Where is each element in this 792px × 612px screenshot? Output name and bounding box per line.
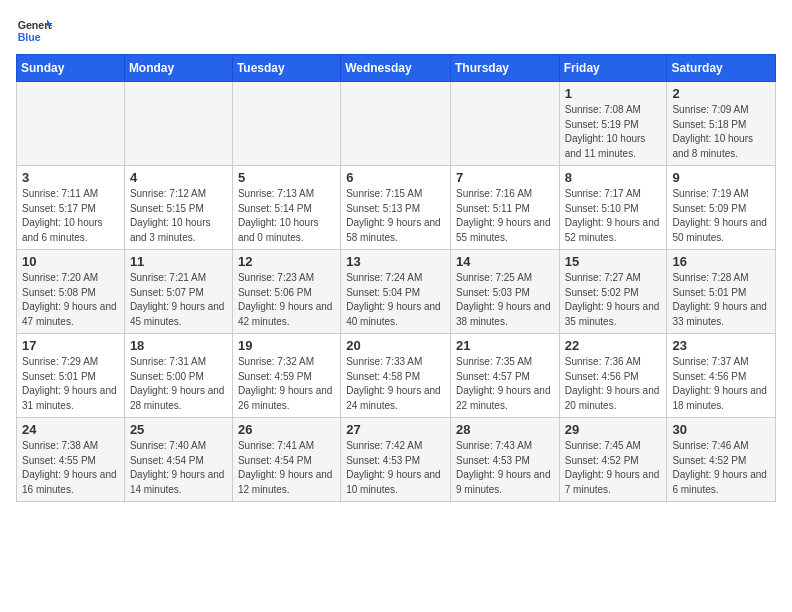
day-info: Sunrise: 7:19 AM Sunset: 5:09 PM Dayligh… xyxy=(672,187,770,245)
calendar-cell: 4Sunrise: 7:12 AM Sunset: 5:15 PM Daylig… xyxy=(124,166,232,250)
day-info: Sunrise: 7:45 AM Sunset: 4:52 PM Dayligh… xyxy=(565,439,662,497)
calendar-cell: 16Sunrise: 7:28 AM Sunset: 5:01 PM Dayli… xyxy=(667,250,776,334)
calendar-cell: 18Sunrise: 7:31 AM Sunset: 5:00 PM Dayli… xyxy=(124,334,232,418)
calendar-body: 1Sunrise: 7:08 AM Sunset: 5:19 PM Daylig… xyxy=(17,82,776,502)
day-info: Sunrise: 7:13 AM Sunset: 5:14 PM Dayligh… xyxy=(238,187,335,245)
calendar-cell xyxy=(17,82,125,166)
day-info: Sunrise: 7:43 AM Sunset: 4:53 PM Dayligh… xyxy=(456,439,554,497)
day-info: Sunrise: 7:27 AM Sunset: 5:02 PM Dayligh… xyxy=(565,271,662,329)
day-info: Sunrise: 7:21 AM Sunset: 5:07 PM Dayligh… xyxy=(130,271,227,329)
day-info: Sunrise: 7:40 AM Sunset: 4:54 PM Dayligh… xyxy=(130,439,227,497)
calendar-cell xyxy=(450,82,559,166)
day-number: 8 xyxy=(565,170,662,185)
day-info: Sunrise: 7:15 AM Sunset: 5:13 PM Dayligh… xyxy=(346,187,445,245)
day-number: 30 xyxy=(672,422,770,437)
calendar-cell: 23Sunrise: 7:37 AM Sunset: 4:56 PM Dayli… xyxy=(667,334,776,418)
calendar-cell: 21Sunrise: 7:35 AM Sunset: 4:57 PM Dayli… xyxy=(450,334,559,418)
day-number: 27 xyxy=(346,422,445,437)
calendar-week-row: 1Sunrise: 7:08 AM Sunset: 5:19 PM Daylig… xyxy=(17,82,776,166)
day-info: Sunrise: 7:32 AM Sunset: 4:59 PM Dayligh… xyxy=(238,355,335,413)
calendar-cell: 20Sunrise: 7:33 AM Sunset: 4:58 PM Dayli… xyxy=(341,334,451,418)
calendar-cell: 10Sunrise: 7:20 AM Sunset: 5:08 PM Dayli… xyxy=(17,250,125,334)
day-number: 22 xyxy=(565,338,662,353)
day-number: 14 xyxy=(456,254,554,269)
day-number: 2 xyxy=(672,86,770,101)
calendar-cell: 28Sunrise: 7:43 AM Sunset: 4:53 PM Dayli… xyxy=(450,418,559,502)
day-number: 12 xyxy=(238,254,335,269)
day-number: 25 xyxy=(130,422,227,437)
day-number: 21 xyxy=(456,338,554,353)
calendar-cell: 6Sunrise: 7:15 AM Sunset: 5:13 PM Daylig… xyxy=(341,166,451,250)
day-info: Sunrise: 7:28 AM Sunset: 5:01 PM Dayligh… xyxy=(672,271,770,329)
calendar-cell: 3Sunrise: 7:11 AM Sunset: 5:17 PM Daylig… xyxy=(17,166,125,250)
day-number: 24 xyxy=(22,422,119,437)
day-info: Sunrise: 7:46 AM Sunset: 4:52 PM Dayligh… xyxy=(672,439,770,497)
day-number: 3 xyxy=(22,170,119,185)
calendar-week-row: 10Sunrise: 7:20 AM Sunset: 5:08 PM Dayli… xyxy=(17,250,776,334)
day-info: Sunrise: 7:42 AM Sunset: 4:53 PM Dayligh… xyxy=(346,439,445,497)
calendar-cell: 11Sunrise: 7:21 AM Sunset: 5:07 PM Dayli… xyxy=(124,250,232,334)
day-info: Sunrise: 7:20 AM Sunset: 5:08 PM Dayligh… xyxy=(22,271,119,329)
calendar-cell: 7Sunrise: 7:16 AM Sunset: 5:11 PM Daylig… xyxy=(450,166,559,250)
calendar-week-row: 24Sunrise: 7:38 AM Sunset: 4:55 PM Dayli… xyxy=(17,418,776,502)
day-info: Sunrise: 7:23 AM Sunset: 5:06 PM Dayligh… xyxy=(238,271,335,329)
day-info: Sunrise: 7:12 AM Sunset: 5:15 PM Dayligh… xyxy=(130,187,227,245)
calendar-cell: 14Sunrise: 7:25 AM Sunset: 5:03 PM Dayli… xyxy=(450,250,559,334)
day-number: 26 xyxy=(238,422,335,437)
weekday-header-cell: Friday xyxy=(559,55,667,82)
calendar-cell xyxy=(124,82,232,166)
day-info: Sunrise: 7:09 AM Sunset: 5:18 PM Dayligh… xyxy=(672,103,770,161)
weekday-header-cell: Saturday xyxy=(667,55,776,82)
calendar-cell: 5Sunrise: 7:13 AM Sunset: 5:14 PM Daylig… xyxy=(232,166,340,250)
day-info: Sunrise: 7:38 AM Sunset: 4:55 PM Dayligh… xyxy=(22,439,119,497)
calendar-cell: 12Sunrise: 7:23 AM Sunset: 5:06 PM Dayli… xyxy=(232,250,340,334)
svg-text:Blue: Blue xyxy=(18,31,41,43)
day-info: Sunrise: 7:36 AM Sunset: 4:56 PM Dayligh… xyxy=(565,355,662,413)
calendar-cell: 29Sunrise: 7:45 AM Sunset: 4:52 PM Dayli… xyxy=(559,418,667,502)
weekday-header-cell: Monday xyxy=(124,55,232,82)
weekday-header-cell: Sunday xyxy=(17,55,125,82)
logo: General Blue xyxy=(16,16,52,44)
svg-text:General: General xyxy=(18,19,52,31)
day-number: 10 xyxy=(22,254,119,269)
day-info: Sunrise: 7:11 AM Sunset: 5:17 PM Dayligh… xyxy=(22,187,119,245)
weekday-header-row: SundayMondayTuesdayWednesdayThursdayFrid… xyxy=(17,55,776,82)
day-info: Sunrise: 7:41 AM Sunset: 4:54 PM Dayligh… xyxy=(238,439,335,497)
calendar-cell: 19Sunrise: 7:32 AM Sunset: 4:59 PM Dayli… xyxy=(232,334,340,418)
day-info: Sunrise: 7:25 AM Sunset: 5:03 PM Dayligh… xyxy=(456,271,554,329)
calendar-cell xyxy=(341,82,451,166)
day-number: 4 xyxy=(130,170,227,185)
calendar-cell: 17Sunrise: 7:29 AM Sunset: 5:01 PM Dayli… xyxy=(17,334,125,418)
day-info: Sunrise: 7:24 AM Sunset: 5:04 PM Dayligh… xyxy=(346,271,445,329)
calendar-cell xyxy=(232,82,340,166)
day-number: 23 xyxy=(672,338,770,353)
calendar-cell: 15Sunrise: 7:27 AM Sunset: 5:02 PM Dayli… xyxy=(559,250,667,334)
day-number: 20 xyxy=(346,338,445,353)
calendar-week-row: 3Sunrise: 7:11 AM Sunset: 5:17 PM Daylig… xyxy=(17,166,776,250)
day-number: 15 xyxy=(565,254,662,269)
weekday-header-cell: Tuesday xyxy=(232,55,340,82)
day-info: Sunrise: 7:16 AM Sunset: 5:11 PM Dayligh… xyxy=(456,187,554,245)
day-number: 9 xyxy=(672,170,770,185)
day-number: 1 xyxy=(565,86,662,101)
day-info: Sunrise: 7:29 AM Sunset: 5:01 PM Dayligh… xyxy=(22,355,119,413)
day-info: Sunrise: 7:08 AM Sunset: 5:19 PM Dayligh… xyxy=(565,103,662,161)
day-number: 19 xyxy=(238,338,335,353)
day-number: 6 xyxy=(346,170,445,185)
day-number: 17 xyxy=(22,338,119,353)
day-number: 13 xyxy=(346,254,445,269)
day-number: 28 xyxy=(456,422,554,437)
calendar-cell: 30Sunrise: 7:46 AM Sunset: 4:52 PM Dayli… xyxy=(667,418,776,502)
calendar-cell: 22Sunrise: 7:36 AM Sunset: 4:56 PM Dayli… xyxy=(559,334,667,418)
calendar-table: SundayMondayTuesdayWednesdayThursdayFrid… xyxy=(16,54,776,502)
weekday-header-cell: Wednesday xyxy=(341,55,451,82)
calendar-cell: 1Sunrise: 7:08 AM Sunset: 5:19 PM Daylig… xyxy=(559,82,667,166)
calendar-cell: 2Sunrise: 7:09 AM Sunset: 5:18 PM Daylig… xyxy=(667,82,776,166)
day-number: 16 xyxy=(672,254,770,269)
day-info: Sunrise: 7:17 AM Sunset: 5:10 PM Dayligh… xyxy=(565,187,662,245)
day-number: 7 xyxy=(456,170,554,185)
calendar-week-row: 17Sunrise: 7:29 AM Sunset: 5:01 PM Dayli… xyxy=(17,334,776,418)
day-number: 18 xyxy=(130,338,227,353)
calendar-cell: 24Sunrise: 7:38 AM Sunset: 4:55 PM Dayli… xyxy=(17,418,125,502)
day-number: 5 xyxy=(238,170,335,185)
